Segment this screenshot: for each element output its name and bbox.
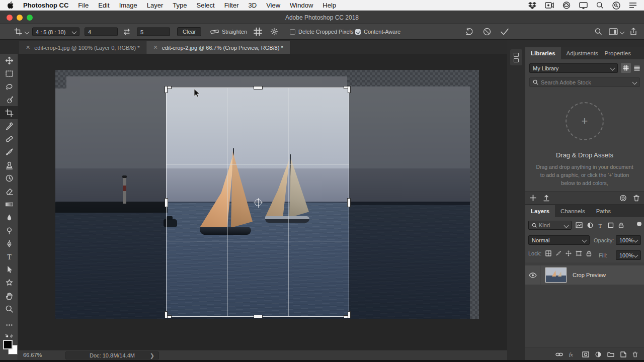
- search-scope-chevron-icon[interactable]: [632, 80, 637, 85]
- search-adobe-stock-input[interactable]: [541, 79, 630, 85]
- new-adjustment-layer-icon[interactable]: [595, 351, 601, 357]
- color-swatches[interactable]: [3, 339, 18, 356]
- new-layer-icon[interactable]: [620, 351, 626, 357]
- cc-sync-icon[interactable]: [619, 195, 627, 202]
- tab-layers[interactable]: Layers: [525, 205, 555, 217]
- lock-transparency-icon[interactable]: [545, 250, 551, 256]
- tab-paths[interactable]: Paths: [591, 205, 616, 217]
- custom-shape-tool[interactable]: [0, 276, 18, 289]
- straighten-label[interactable]: Straighten: [222, 29, 247, 35]
- edit-toolbar-ellipsis[interactable]: [0, 318, 18, 331]
- swap-dimensions-icon[interactable]: [123, 28, 131, 35]
- menu-item-window[interactable]: Window: [290, 2, 313, 9]
- tab-adjustments[interactable]: Adjustments: [561, 47, 599, 59]
- menu-item-edit[interactable]: Edit: [98, 2, 109, 9]
- path-selection-tool[interactable]: [0, 263, 18, 276]
- crop-tool[interactable]: [0, 106, 18, 119]
- drop-assets-circle[interactable]: +: [566, 102, 604, 140]
- trash-icon[interactable]: [633, 195, 639, 202]
- filter-type-layers-icon[interactable]: T: [598, 222, 603, 228]
- clear-button[interactable]: Clear: [177, 27, 201, 36]
- spot-healing-brush-tool[interactable]: [0, 132, 18, 145]
- workspace-icon[interactable]: [609, 28, 624, 35]
- menu-item-photoshop[interactable]: Photoshop CC: [23, 2, 68, 9]
- lock-artboard-icon[interactable]: [576, 250, 582, 256]
- screen-record-icon[interactable]: [545, 2, 554, 9]
- crop-handle-bottom[interactable]: [254, 315, 262, 318]
- grid-view-button[interactable]: [621, 63, 631, 73]
- pen-tool[interactable]: [0, 237, 18, 250]
- crop-handle-bottom-left[interactable]: [165, 312, 171, 318]
- filter-smart-objects-icon[interactable]: [618, 222, 624, 228]
- crop-handle-bottom-right[interactable]: [344, 312, 350, 318]
- new-group-icon[interactable]: [607, 351, 614, 357]
- notification-list-icon[interactable]: [629, 2, 637, 9]
- lock-all-icon[interactable]: [586, 250, 592, 256]
- reset-crop-icon[interactable]: [465, 28, 474, 36]
- crop-handle-top-right[interactable]: [344, 86, 350, 93]
- layer-filter-toggle[interactable]: [637, 222, 641, 226]
- type-tool[interactable]: T: [0, 250, 18, 263]
- blur-tool[interactable]: [0, 211, 18, 224]
- menu-item-3d[interactable]: 3D: [249, 2, 257, 9]
- crop-handle-left[interactable]: [165, 199, 168, 207]
- rectangular-marquee-tool[interactable]: [0, 67, 18, 80]
- search-icon[interactable]: [595, 28, 602, 36]
- crop-handle-top-left[interactable]: [165, 86, 171, 93]
- eyedropper-tool[interactable]: [0, 119, 18, 132]
- filter-pixel-layers-icon[interactable]: [576, 222, 583, 228]
- dropbox-icon[interactable]: [528, 2, 536, 9]
- opacity-value-select[interactable]: 100%: [616, 235, 641, 245]
- blend-mode-select[interactable]: Normal: [528, 235, 590, 245]
- lasso-tool[interactable]: [0, 80, 18, 93]
- crop-settings-gear-icon[interactable]: [270, 28, 278, 36]
- lock-pixels-icon[interactable]: [555, 250, 561, 256]
- share-icon[interactable]: [630, 28, 637, 36]
- delete-cropped-pixels-checkbox[interactable]: Delete Cropped Pixels: [290, 29, 353, 35]
- crop-tool-preset-icon[interactable]: [14, 28, 29, 36]
- spotlight-icon[interactable]: [596, 2, 604, 9]
- add-icon[interactable]: [530, 195, 536, 201]
- tab-properties[interactable]: Properties: [599, 47, 636, 59]
- dodge-tool[interactable]: [0, 224, 18, 237]
- gradient-tool[interactable]: [0, 198, 18, 211]
- zoom-level-field[interactable]: 66.67%: [23, 352, 42, 358]
- layer-row-crop-preview[interactable]: Crop Preview: [525, 265, 644, 285]
- lock-position-icon[interactable]: [566, 250, 572, 256]
- layer-thumbnail[interactable]: [545, 267, 567, 283]
- layer-filter-kind-select[interactable]: Kind: [528, 221, 572, 230]
- menu-item-type[interactable]: Type: [173, 2, 187, 9]
- crop-selection-area[interactable]: [166, 87, 349, 317]
- move-tool[interactable]: [0, 54, 18, 67]
- tab-channels[interactable]: Channels: [555, 205, 591, 217]
- menu-item-file[interactable]: File: [78, 2, 89, 9]
- layer-name[interactable]: Crop Preview: [573, 272, 606, 278]
- delete-layer-icon[interactable]: [632, 351, 638, 357]
- eraser-tool[interactable]: [0, 185, 18, 198]
- commit-crop-icon[interactable]: [500, 28, 509, 36]
- apple-menu-icon[interactable]: [7, 2, 14, 9]
- crop-height-input[interactable]: 5: [137, 28, 170, 36]
- menu-item-select[interactable]: Select: [196, 2, 214, 9]
- crop-ratio-select[interactable]: 4 : 5 (8 : 10): [32, 28, 79, 36]
- tab-libraries[interactable]: Libraries: [525, 47, 561, 59]
- document-canvas[interactable]: [55, 70, 479, 319]
- cancel-crop-icon[interactable]: [483, 28, 491, 36]
- grid-overlay-icon[interactable]: [254, 28, 262, 36]
- brush-tool[interactable]: [0, 145, 18, 158]
- content-aware-checkbox[interactable]: Content-Aware: [355, 29, 400, 35]
- list-view-button[interactable]: [632, 63, 642, 73]
- menu-item-layer[interactable]: Layer: [147, 2, 164, 9]
- menu-item-image[interactable]: Image: [119, 2, 137, 9]
- collapsed-panel-dock[interactable]: [510, 49, 522, 65]
- crop-handle-top[interactable]: [254, 86, 262, 89]
- filter-shape-layers-icon[interactable]: [608, 222, 614, 228]
- tab-edit-crop-1[interactable]: ✕ edit-crop-1.jpg @ 100% (Layer 0, RGB/8…: [19, 41, 146, 54]
- library-select[interactable]: My Library: [529, 63, 618, 73]
- hand-tool[interactable]: [0, 289, 18, 302]
- crop-width-input[interactable]: 4: [85, 28, 118, 36]
- close-tab-icon[interactable]: ✕: [153, 44, 157, 51]
- history-brush-tool[interactable]: [0, 171, 18, 185]
- link-layers-icon[interactable]: [555, 352, 563, 357]
- status-chevron-icon[interactable]: ❯: [150, 352, 154, 359]
